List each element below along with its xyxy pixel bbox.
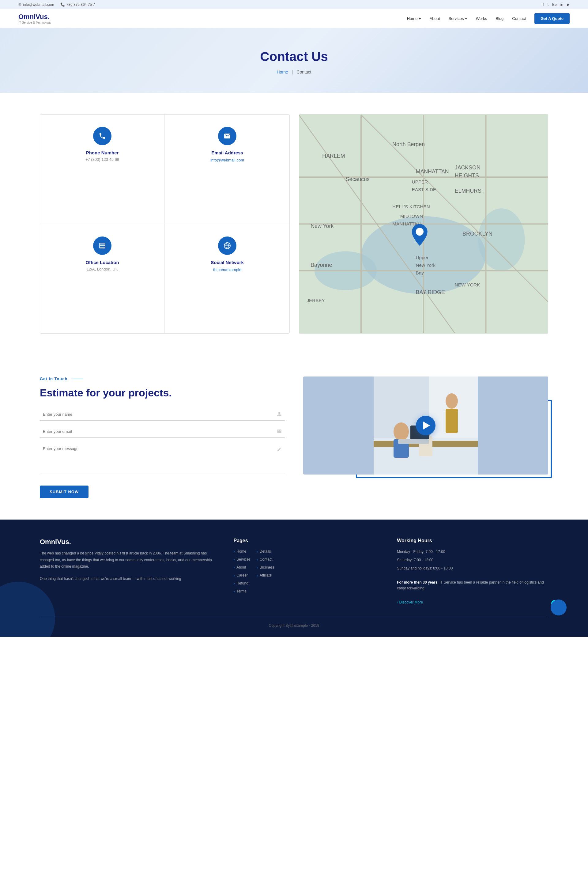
footer-link-career[interactable]: Career: [234, 573, 251, 578]
email-icon: ✉: [18, 3, 21, 7]
svg-text:New York: New York: [416, 263, 436, 268]
footer-link-refund[interactable]: Refund: [234, 581, 251, 586]
message-input[interactable]: [40, 443, 285, 473]
svg-text:MANHATTAN: MANHATTAN: [416, 168, 449, 175]
phone-icon: [99, 132, 106, 140]
svg-text:Bay: Bay: [416, 270, 424, 275]
svg-text:ELMHURST: ELMHURST: [455, 188, 485, 194]
footer-pages-col1: Home Services About Career Refund Terms: [234, 549, 251, 597]
footer-brand-text1: The web has changed a lot since Vitaly p…: [40, 550, 221, 570]
footer-brand: OmniVus. The web has changed a lot since…: [40, 538, 221, 605]
footer-hours-line1: Monday - Friday: 7:00 - 17:00: [397, 549, 548, 555]
estimate-section: Get In Touch Estimate for your projects.: [0, 355, 588, 520]
footer-link-business[interactable]: Business: [256, 565, 274, 570]
social-facebook[interactable]: f: [543, 3, 544, 7]
svg-text:UPPER: UPPER: [412, 179, 428, 185]
hero-title: Contact Us: [6, 49, 582, 64]
footer-pages: Pages Home Services About Career Refund …: [234, 538, 385, 605]
footer-link-terms[interactable]: Terms: [234, 589, 251, 594]
nav-about[interactable]: About: [430, 16, 440, 21]
map-background: HARLEM North Bergen Secaucus MANHATTAN U…: [299, 114, 548, 333]
topbar-phone: 786 875 864 75 7: [66, 3, 95, 7]
estimate-title: Estimate for your projects.: [40, 387, 285, 399]
nav-contact[interactable]: Contact: [512, 16, 526, 21]
footer-link-details[interactable]: Details: [256, 549, 274, 554]
footer-link-about[interactable]: About: [234, 565, 251, 570]
breadcrumb-home[interactable]: Home: [276, 69, 288, 74]
footer-hours-title: Working Hours: [397, 538, 548, 544]
footer-link-contact[interactable]: Contact: [256, 557, 274, 562]
email-card-title: Email Address: [171, 150, 283, 155]
phone-card-title: Phone Number: [46, 150, 158, 155]
svg-text:EAST SIDE: EAST SIDE: [412, 187, 436, 192]
edit-icon: [277, 447, 282, 453]
logo-subtitle: IT Service & Technology: [18, 21, 51, 24]
svg-rect-50: [398, 439, 429, 444]
svg-text:HELL'S KITCHEN: HELL'S KITCHEN: [392, 204, 430, 209]
social-card-value[interactable]: fb.com/example: [213, 267, 242, 272]
social-links: f t Be in ▶: [543, 3, 570, 7]
nav-blog[interactable]: Blog: [495, 16, 504, 21]
hero-banner: Contact Us Home | Contact: [0, 28, 588, 93]
svg-text:JERSEY: JERSEY: [306, 298, 325, 303]
email-icon-circle: [218, 127, 236, 145]
nav-home[interactable]: Home +: [407, 16, 421, 21]
estimate-form-area: Get In Touch Estimate for your projects.: [40, 377, 285, 498]
social-behance[interactable]: Be: [552, 3, 557, 7]
office-card-title: Office Location: [46, 260, 158, 265]
name-field: [40, 408, 285, 420]
email-icon: [224, 132, 231, 140]
footer-hours-line2: Saturday: 7:00 - 12:00: [397, 557, 548, 563]
social-twitter[interactable]: t: [548, 3, 549, 7]
svg-text:North Bergen: North Bergen: [392, 141, 425, 147]
footer-link-affiliate[interactable]: Affiliate: [256, 573, 274, 578]
svg-text:JACKSON: JACKSON: [455, 165, 480, 171]
svg-text:HEIGHTS: HEIGHTS: [455, 173, 479, 179]
phone-icon: 📞: [60, 3, 65, 7]
submit-button[interactable]: Submit Now: [40, 485, 88, 498]
office-icon: [99, 242, 106, 249]
map-container: HARLEM North Bergen Secaucus MANHATTAN U…: [299, 114, 548, 333]
breadcrumb-current: Contact: [297, 69, 311, 74]
email-card-value[interactable]: info@webmail.com: [210, 158, 244, 162]
svg-text:MIDTOWN: MIDTOWN: [400, 213, 423, 219]
email-input[interactable]: [40, 425, 285, 438]
navbar: OmniVus. IT Service & Technology Home + …: [0, 9, 588, 28]
video-thumbnail: [303, 377, 548, 475]
svg-text:Upper: Upper: [416, 255, 429, 260]
footer-pages-columns: Home Services About Career Refund Terms …: [234, 549, 385, 597]
footer-hours: Working Hours Monday - Friday: 7:00 - 17…: [397, 538, 548, 605]
breadcrumb: Home | Contact: [6, 69, 582, 74]
footer-pages-title: Pages: [234, 538, 385, 544]
contact-cards-grid: Phone Number +7 (800) 123 45 69 Email Ad…: [40, 114, 290, 333]
nav-services[interactable]: Services +: [448, 16, 467, 21]
footer-link-services[interactable]: Services: [234, 557, 251, 562]
footer-link-home[interactable]: Home: [234, 549, 251, 554]
mail-icon: [277, 429, 282, 435]
section-label: Get In Touch: [40, 377, 285, 381]
social-linkedin[interactable]: in: [560, 3, 563, 7]
contact-card-office: Office Location 12/A, London, UK: [40, 224, 165, 333]
map-svg: HARLEM North Bergen Secaucus MANHATTAN U…: [299, 114, 548, 333]
footer-grid: OmniVus. The web has changed a lot since…: [40, 538, 548, 605]
office-icon-circle: [93, 236, 111, 255]
svg-text:Bayonne: Bayonne: [310, 262, 332, 268]
svg-point-39: [416, 228, 423, 236]
get-quote-button[interactable]: Get A Quote: [534, 13, 570, 24]
footer-brand-name: OmniVus.: [40, 538, 221, 546]
svg-rect-49: [446, 408, 458, 433]
message-field-container: [40, 443, 285, 475]
topbar-email: info@webmail.com: [23, 3, 54, 7]
name-input[interactable]: [40, 408, 285, 420]
logo: OmniVus. IT Service & Technology: [18, 13, 51, 24]
social-youtube[interactable]: ▶: [567, 3, 570, 7]
discover-more-link[interactable]: › Discover More: [397, 600, 423, 604]
breadcrumb-sep: |: [292, 69, 293, 74]
nav-works[interactable]: Works: [476, 16, 487, 21]
phone-icon-circle: [93, 127, 111, 145]
contact-card-email: Email Address info@webmail.com: [165, 114, 290, 224]
copyright-text: Copyright By@Example - 2019: [269, 623, 320, 628]
svg-text:New York: New York: [310, 223, 333, 229]
contact-card-phone: Phone Number +7 (800) 123 45 69: [40, 114, 165, 224]
play-button[interactable]: [416, 416, 435, 435]
